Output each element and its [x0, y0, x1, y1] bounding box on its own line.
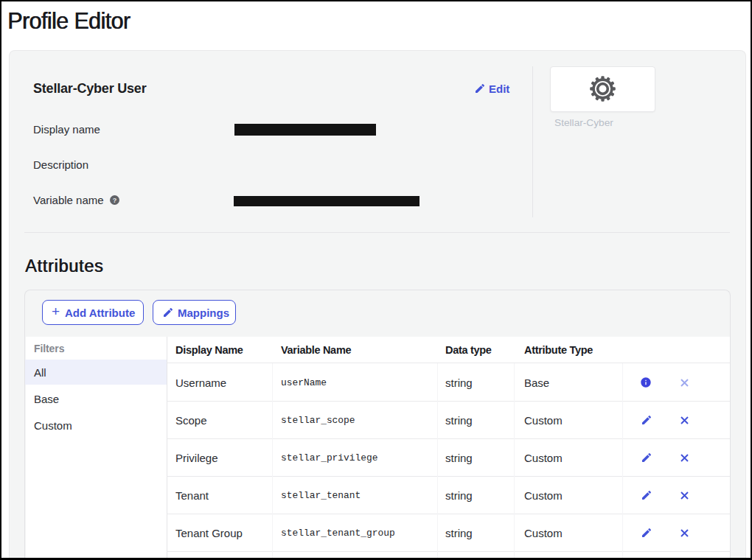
svg-text:?: ?	[113, 197, 117, 204]
